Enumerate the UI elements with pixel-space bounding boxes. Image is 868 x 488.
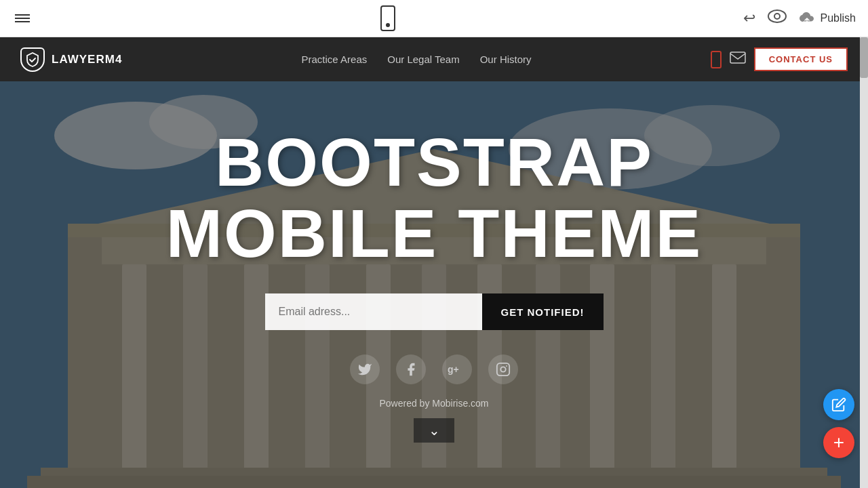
toolbar: ↩ Publish <box>0 0 868 37</box>
hamburger-menu[interactable] <box>12 9 33 27</box>
nav-icons: CONTACT US <box>711 47 848 71</box>
scrollbar-thumb[interactable] <box>860 37 868 78</box>
svg-point-29 <box>506 365 507 367</box>
chevron-down-icon: ⌄ <box>429 422 440 439</box>
contact-us-button[interactable]: CONTACT US <box>754 47 848 71</box>
svg-point-0 <box>768 10 786 22</box>
brand-name: LAWYERM4 <box>52 53 122 66</box>
nav-legal-team[interactable]: Our Legal Team <box>387 54 459 65</box>
brand-shield-icon <box>20 47 45 72</box>
svg-point-28 <box>500 367 505 371</box>
plus-icon: + <box>833 433 844 452</box>
hero-section: BOOTSTRAP MOBILE THEME GET NOTIFIED! g+ <box>0 81 868 488</box>
preview-eye-icon[interactable] <box>768 9 787 27</box>
nav-links: Practice Areas Our Legal Team Our Histor… <box>302 54 532 65</box>
mobile-preview-icon[interactable] <box>380 5 395 31</box>
hero-form: GET NOTIFIED! <box>265 293 604 330</box>
nav-mail-icon <box>730 52 746 67</box>
cloud-upload-icon <box>799 12 815 24</box>
publish-button[interactable]: Publish <box>799 12 856 24</box>
toolbar-center <box>380 5 395 31</box>
fab-edit-button[interactable] <box>823 389 854 420</box>
brand: LAWYERM4 <box>20 47 122 72</box>
social-icons: g+ <box>350 354 518 384</box>
twitter-icon[interactable] <box>350 354 380 384</box>
google-plus-icon[interactable]: g+ <box>442 354 472 384</box>
facebook-icon[interactable] <box>396 354 426 384</box>
nav-practice-areas[interactable]: Practice Areas <box>302 54 368 65</box>
svg-text:g+: g+ <box>448 364 459 375</box>
email-input[interactable] <box>265 293 482 330</box>
hero-content: BOOTSTRAP MOBILE THEME GET NOTIFIED! g+ <box>0 127 868 443</box>
publish-label: Publish <box>821 12 856 24</box>
nav-our-history[interactable]: Our History <box>480 54 532 65</box>
svg-rect-2 <box>730 52 745 63</box>
undo-button[interactable]: ↩ <box>743 9 755 27</box>
site-nav: LAWYERM4 Practice Areas Our Legal Team O… <box>0 37 868 81</box>
instagram-icon[interactable] <box>488 354 518 384</box>
toolbar-right: ↩ Publish <box>743 9 856 27</box>
undo-icon: ↩ <box>743 9 755 26</box>
get-notified-button[interactable]: GET NOTIFIED! <box>482 293 604 330</box>
nav-phone-icon <box>711 51 722 68</box>
svg-rect-27 <box>497 363 509 375</box>
toolbar-left <box>12 9 33 27</box>
svg-point-1 <box>774 14 780 19</box>
scrollbar-track <box>860 37 868 488</box>
hero-title: BOOTSTRAP MOBILE THEME <box>166 127 703 269</box>
scroll-down-button[interactable]: ⌄ <box>414 418 454 443</box>
hero-title-line1: BOOTSTRAP <box>215 124 653 200</box>
fab-add-button[interactable]: + <box>823 427 854 458</box>
powered-by-text: Powered by Mobirise.com <box>379 398 488 409</box>
hero-title-line2: MOBILE THEME <box>166 195 703 271</box>
